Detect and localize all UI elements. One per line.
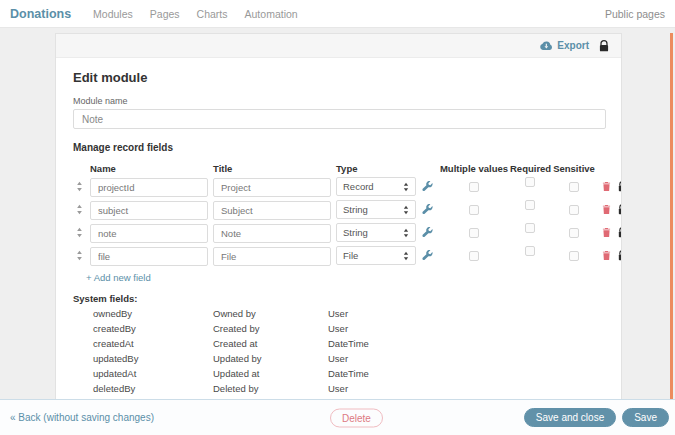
delete-field-trash-icon[interactable] [598, 250, 614, 261]
app-window: Donations Modules Pages Charts Automatio… [0, 0, 675, 435]
delete-button[interactable]: Delete [330, 408, 383, 427]
system-field-type: DateTime [328, 369, 604, 379]
column-header-title: Title [213, 163, 331, 174]
edit-module-card: Export Edit module Module name Manage re… [55, 33, 622, 399]
required-checkbox[interactable] [525, 200, 535, 210]
delete-field-trash-icon[interactable] [598, 204, 614, 215]
drag-handle-icon[interactable] [73, 227, 86, 238]
multiple-values-checkbox[interactable] [469, 182, 479, 192]
nav-item-modules[interactable]: Modules [93, 8, 133, 20]
system-field-title: Created at [213, 339, 328, 349]
sensitive-checkbox[interactable] [569, 251, 579, 261]
field-type-select[interactable]: File [336, 246, 416, 265]
system-field-row: updatedBy Updated by User [73, 354, 604, 364]
nav-item-automation[interactable]: Automation [245, 8, 298, 20]
multiple-values-checkbox[interactable] [469, 251, 479, 261]
nav-item-charts[interactable]: Charts [197, 8, 228, 20]
field-settings-wrench-icon[interactable] [416, 227, 438, 238]
sensitive-checkbox[interactable] [569, 205, 579, 215]
card-body: Edit module Module name Manage record fi… [56, 58, 621, 399]
manage-fields-heading: Manage record fields [73, 142, 604, 153]
required-checkbox[interactable] [525, 223, 535, 233]
system-field-name: createdBy [93, 324, 213, 334]
back-link[interactable]: « Back (without saving changes) [10, 412, 154, 423]
multiple-values-checkbox[interactable] [469, 228, 479, 238]
field-title-input[interactable] [213, 247, 331, 266]
system-field-type: User [328, 309, 604, 319]
card-toolbar: Export [56, 34, 621, 58]
system-field-name: createdAt [93, 339, 213, 349]
field-type-select[interactable]: String [336, 223, 416, 242]
environment-stripe [670, 33, 673, 399]
top-navbar: Donations Modules Pages Charts Automatio… [0, 0, 675, 28]
delete-field-trash-icon[interactable] [598, 227, 614, 238]
module-lock-icon[interactable] [599, 40, 609, 52]
sensitive-checkbox[interactable] [569, 182, 579, 192]
field-settings-wrench-icon[interactable] [416, 250, 438, 261]
field-name-input[interactable] [90, 224, 208, 243]
system-field-type: User [328, 354, 604, 364]
select-arrows-icon [403, 205, 409, 215]
system-field-row: ownedBy Owned by User [73, 309, 604, 319]
field-title-input[interactable] [213, 224, 331, 243]
field-lock-icon[interactable] [614, 227, 621, 238]
field-name-input[interactable] [90, 178, 208, 197]
field-type-value: String [343, 227, 368, 238]
sensitive-checkbox[interactable] [569, 228, 579, 238]
select-arrows-icon [403, 182, 409, 192]
field-name-input[interactable] [90, 247, 208, 266]
multiple-values-checkbox[interactable] [469, 205, 479, 215]
action-bar: « Back (without saving changes) Delete S… [0, 399, 675, 435]
system-field-type: DateTime [328, 339, 604, 349]
field-settings-wrench-icon[interactable] [416, 181, 438, 192]
delete-field-trash-icon[interactable] [598, 181, 614, 192]
column-header-type: Type [336, 163, 416, 174]
nav-item-public-pages[interactable]: Public pages [605, 8, 665, 20]
drag-handle-icon[interactable] [73, 250, 86, 261]
column-header-name: Name [90, 163, 208, 174]
system-field-title: Updated by [213, 354, 328, 364]
field-row: String [73, 198, 604, 221]
drag-handle-icon[interactable] [73, 181, 86, 192]
nav-item-pages[interactable]: Pages [150, 8, 180, 20]
system-field-row: createdBy Created by User [73, 324, 604, 334]
content-area: Export Edit module Module name Manage re… [0, 28, 675, 399]
system-field-row: deletedBy Deleted by User [73, 384, 604, 394]
select-arrows-icon [403, 251, 409, 261]
field-row: File [73, 244, 604, 267]
system-field-name: ownedBy [93, 309, 213, 319]
system-field-name: updatedBy [93, 354, 213, 364]
field-lock-icon[interactable] [614, 250, 621, 261]
system-fields-heading: System fields: [73, 293, 604, 304]
field-type-value: Record [343, 181, 374, 192]
system-field-type: User [328, 324, 604, 334]
add-new-field-link[interactable]: + Add new field [86, 272, 151, 283]
field-title-input[interactable] [213, 178, 331, 197]
save-actions: Save and close Save [524, 408, 669, 427]
system-field-title: Updated at [213, 369, 328, 379]
cloud-download-icon [539, 41, 553, 51]
field-name-input[interactable] [90, 201, 208, 220]
module-name-input[interactable] [73, 109, 606, 129]
field-lock-icon[interactable] [614, 181, 621, 192]
field-settings-wrench-icon[interactable] [416, 204, 438, 215]
system-field-name: updatedAt [93, 369, 213, 379]
field-type-value: String [343, 204, 368, 215]
save-and-close-button[interactable]: Save and close [524, 408, 616, 427]
drag-handle-icon[interactable] [73, 204, 86, 215]
export-button[interactable]: Export [539, 40, 589, 51]
required-checkbox[interactable] [525, 246, 535, 256]
system-field-type: User [328, 384, 604, 394]
page-title: Edit module [73, 70, 604, 85]
system-field-name: deletedBy [93, 384, 213, 394]
field-type-select[interactable]: String [336, 200, 416, 219]
save-button[interactable]: Save [622, 408, 669, 427]
field-type-select[interactable]: Record [336, 177, 416, 196]
field-title-input[interactable] [213, 201, 331, 220]
brand-donations[interactable]: Donations [10, 7, 71, 21]
field-lock-icon[interactable] [614, 204, 621, 215]
field-row: Record [73, 175, 604, 198]
column-header-required: Required [510, 163, 550, 174]
system-field-row: createdAt Created at DateTime [73, 339, 604, 349]
required-checkbox[interactable] [525, 177, 535, 187]
